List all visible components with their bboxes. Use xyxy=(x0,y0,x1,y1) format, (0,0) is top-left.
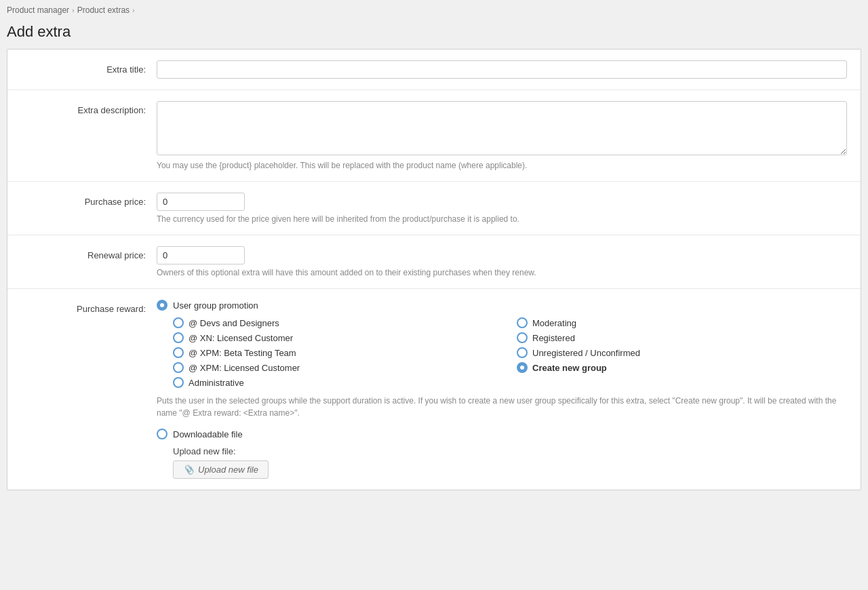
extra-title-label: Extra title: xyxy=(21,60,157,75)
group-create-new-radio xyxy=(517,362,528,373)
extra-description-textarea[interactable] xyxy=(157,101,847,155)
group-moderating[interactable]: Moderating xyxy=(517,317,847,328)
group-xpm-licensed-radio xyxy=(173,362,184,373)
downloadable-radio xyxy=(157,429,167,439)
renewal-price-label: Renewal price: xyxy=(21,246,157,260)
group-devs-designers-radio xyxy=(173,317,184,328)
upload-section: Upload new file: 📎 Upload new file xyxy=(173,446,847,479)
group-options: @ Devs and Designers Moderating @ XN: Li… xyxy=(173,317,847,388)
renewal-price-field: Owners of this optional extra will have … xyxy=(157,246,847,277)
purchase-reward-row: Purchase reward: User group promotion @ … xyxy=(7,289,861,490)
purchase-reward-label: Purchase reward: xyxy=(21,300,157,314)
group-registered-label: Registered xyxy=(532,333,575,343)
group-administrative-radio xyxy=(173,377,184,388)
upload-new-file-button[interactable]: 📎 Upload new file xyxy=(173,460,269,479)
extra-title-field xyxy=(157,60,847,79)
group-create-new-label: Create new group xyxy=(532,363,607,373)
user-group-promotion-radio xyxy=(157,300,167,311)
extra-title-row: Extra title: xyxy=(7,50,861,90)
group-xpm-beta-radio xyxy=(173,347,184,358)
renewal-price-input[interactable] xyxy=(157,246,245,264)
extra-description-field: You may use the {product} placeholder. T… xyxy=(157,101,847,170)
purchase-price-input[interactable] xyxy=(157,193,245,211)
group-create-new[interactable]: Create new group xyxy=(517,362,847,373)
purchase-price-row: Purchase price: The currency used for th… xyxy=(7,182,861,235)
reward-description: Puts the user in the selected groups whi… xyxy=(157,395,847,419)
upload-button-label: Upload new file xyxy=(198,465,258,475)
purchase-price-field: The currency used for the price given he… xyxy=(157,193,847,224)
group-moderating-radio xyxy=(517,317,528,328)
group-devs-designers-label: @ Devs and Designers xyxy=(189,318,279,328)
upload-label: Upload new file: xyxy=(173,446,847,456)
extra-description-label: Extra description: xyxy=(21,101,157,115)
group-xn-licensed-label: @ XN: Licensed Customer xyxy=(189,333,293,343)
page-title: Add extra xyxy=(0,20,868,49)
breadcrumb-product-manager[interactable]: Product manager xyxy=(7,5,69,15)
user-group-promotion-option[interactable]: User group promotion xyxy=(157,300,847,311)
group-unregistered-radio xyxy=(517,347,528,358)
purchase-price-hint: The currency used for the price given he… xyxy=(157,214,847,224)
user-group-promotion-label: User group promotion xyxy=(173,300,258,311)
group-unregistered[interactable]: Unregistered / Unconfirmed xyxy=(517,347,847,358)
extra-description-hint: You may use the {product} placeholder. T… xyxy=(157,161,847,170)
group-administrative[interactable]: Administrative xyxy=(173,377,503,388)
purchase-price-label: Purchase price: xyxy=(21,193,157,207)
reward-section: User group promotion @ Devs and Designer… xyxy=(157,300,847,479)
group-xpm-licensed-label: @ XPM: Licensed Customer xyxy=(189,363,300,373)
group-registered[interactable]: Registered xyxy=(517,332,847,343)
group-moderating-label: Moderating xyxy=(532,318,576,328)
breadcrumb-product-extras[interactable]: Product extras xyxy=(77,5,130,15)
renewal-price-row: Renewal price: Owners of this optional e… xyxy=(7,235,861,289)
group-unregistered-label: Unregistered / Unconfirmed xyxy=(532,348,640,358)
extra-title-input[interactable] xyxy=(157,60,847,79)
group-xn-licensed[interactable]: @ XN: Licensed Customer xyxy=(173,332,503,343)
group-xn-licensed-radio xyxy=(173,332,184,343)
breadcrumb-separator-1: › xyxy=(72,6,75,14)
downloadable-label: Downloadable file xyxy=(173,429,243,439)
group-registered-radio xyxy=(517,332,528,343)
breadcrumb: Product manager › Product extras › xyxy=(0,0,868,20)
clip-icon: 📎 xyxy=(183,465,194,475)
group-xpm-licensed[interactable]: @ XPM: Licensed Customer xyxy=(173,362,503,373)
downloadable-option[interactable]: Downloadable file xyxy=(157,429,847,439)
breadcrumb-separator-2: › xyxy=(132,6,135,14)
group-administrative-label: Administrative xyxy=(189,378,244,388)
group-devs-designers[interactable]: @ Devs and Designers xyxy=(173,317,503,328)
group-xpm-beta-label: @ XPM: Beta Testing Team xyxy=(189,348,296,358)
group-xpm-beta[interactable]: @ XPM: Beta Testing Team xyxy=(173,347,503,358)
renewal-price-hint: Owners of this optional extra will have … xyxy=(157,268,847,277)
form-container: Extra title: Extra description: You may … xyxy=(7,49,861,490)
extra-description-row: Extra description: You may use the {prod… xyxy=(7,90,861,182)
